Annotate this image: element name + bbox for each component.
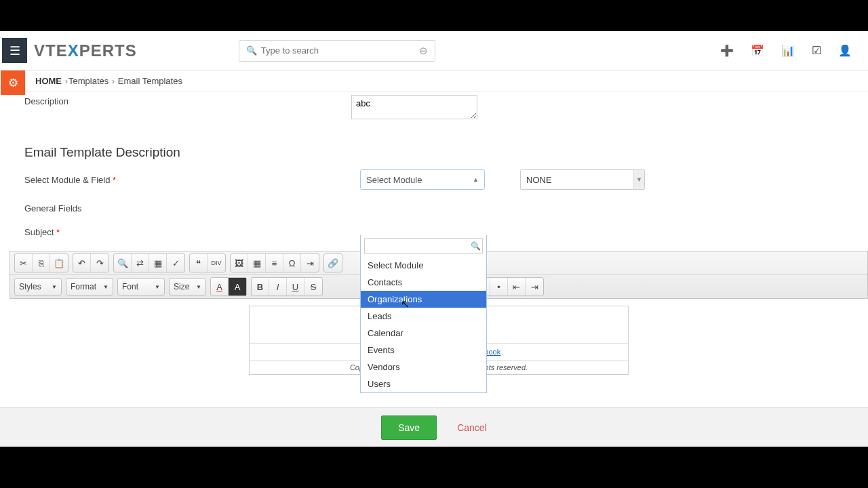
spellcheck-icon[interactable]: ✓ (167, 254, 184, 272)
selectall-icon[interactable]: ▦ (149, 254, 167, 272)
dropdown-option[interactable]: Vendors (361, 359, 486, 375)
breadcrumb-home[interactable]: HOME (35, 76, 62, 86)
search-input[interactable] (261, 45, 419, 56)
textcolor-icon[interactable]: A (211, 278, 229, 296)
dropdown-option[interactable]: Organizations (361, 291, 486, 308)
undo-icon[interactable]: ↶ (73, 254, 91, 272)
bgcolor-icon[interactable]: A (229, 278, 246, 296)
logo: VTEXPERTS (34, 41, 137, 60)
search-clear-icon[interactable]: ⊖ (419, 45, 428, 57)
paste-icon[interactable]: 📋 (50, 254, 68, 272)
settings-icon[interactable]: ⚙ (1, 70, 25, 95)
image-icon[interactable]: 🖼 (231, 254, 248, 272)
chevron-down-icon: ▼ (633, 170, 644, 189)
chevron-up-icon: ▲ (473, 176, 479, 183)
dropdown-option[interactable]: Leads (361, 308, 486, 325)
indent-icon[interactable]: ⇥ (526, 278, 543, 296)
description-label: Description (24, 95, 351, 106)
styles-select[interactable]: Styles▼ (14, 278, 62, 296)
breadcrumb-templates[interactable]: Templates (68, 76, 108, 86)
global-search[interactable]: 🔍 ⊖ (239, 40, 435, 62)
table-icon[interactable]: ▦ (248, 254, 266, 272)
action-footer: Save Cancel (0, 407, 868, 447)
dropdown-option[interactable]: Contacts (361, 274, 486, 291)
pagebreak-icon[interactable]: ⇥ (301, 254, 319, 272)
dropdown-search-input[interactable] (369, 241, 471, 251)
general-fields-label: General Fields (24, 203, 360, 214)
module-select[interactable]: Select Module▲ (360, 169, 485, 190)
dropdown-option[interactable]: Calendar (361, 325, 486, 342)
bold-icon[interactable]: B (252, 278, 269, 296)
blockquote-icon[interactable]: ❝ (190, 254, 208, 272)
breadcrumb: HOME ›Templates › Email Templates (0, 70, 868, 92)
copy-icon[interactable]: ⎘ (33, 254, 50, 272)
dropdown-option[interactable]: Select Module (361, 257, 486, 274)
redo-icon[interactable]: ↷ (91, 254, 108, 272)
breadcrumb-email[interactable]: Email Templates (118, 76, 182, 86)
underline-icon[interactable]: U (287, 278, 304, 296)
cancel-button[interactable]: Cancel (457, 422, 487, 433)
user-icon[interactable]: 👤 (838, 44, 852, 57)
strike-icon[interactable]: S (304, 278, 322, 296)
bulletlist-icon[interactable]: • (490, 278, 508, 296)
check-icon[interactable]: ☑ (812, 44, 821, 57)
chart-icon[interactable]: 📊 (781, 44, 795, 57)
add-icon[interactable]: ➕ (720, 44, 734, 57)
search-icon: 🔍 (246, 45, 257, 56)
dropdown-option[interactable]: Users (361, 375, 486, 392)
module-dropdown: 🔍 Select ModuleContactsOrganizationsLead… (360, 235, 487, 393)
dropdown-option[interactable]: Events (361, 342, 486, 359)
italic-icon[interactable]: I (269, 278, 287, 296)
div-icon[interactable]: DIV (208, 254, 225, 272)
outdent-icon[interactable]: ⇤ (508, 278, 526, 296)
description-field[interactable]: abc (351, 95, 477, 119)
section-title: Email Template Description (24, 133, 854, 169)
hr-icon[interactable]: ≡ (266, 254, 283, 272)
field-select[interactable]: NONE▼ (520, 169, 645, 190)
find-icon[interactable]: 🔍 (114, 254, 132, 272)
top-header: ☰ VTEXPERTS 🔍 ⊖ ➕ 📅 📊 ☑ 👤 (0, 31, 868, 70)
link-icon[interactable]: 🔗 (324, 254, 342, 272)
module-label: Select Module & Field (24, 175, 110, 185)
subject-label: Subject (24, 227, 54, 237)
size-select[interactable]: Size▼ (169, 278, 206, 296)
cut-icon[interactable]: ✂ (15, 254, 33, 272)
specialchar-icon[interactable]: Ω (283, 254, 301, 272)
format-select[interactable]: Format▼ (66, 278, 113, 296)
font-select[interactable]: Font▼ (117, 278, 165, 296)
hamburger-menu-icon[interactable]: ☰ (2, 38, 27, 63)
calendar-icon[interactable]: 📅 (751, 44, 764, 57)
replace-icon[interactable]: ⇄ (132, 254, 149, 272)
search-icon: 🔍 (471, 241, 481, 251)
save-button[interactable]: Save (381, 415, 437, 440)
